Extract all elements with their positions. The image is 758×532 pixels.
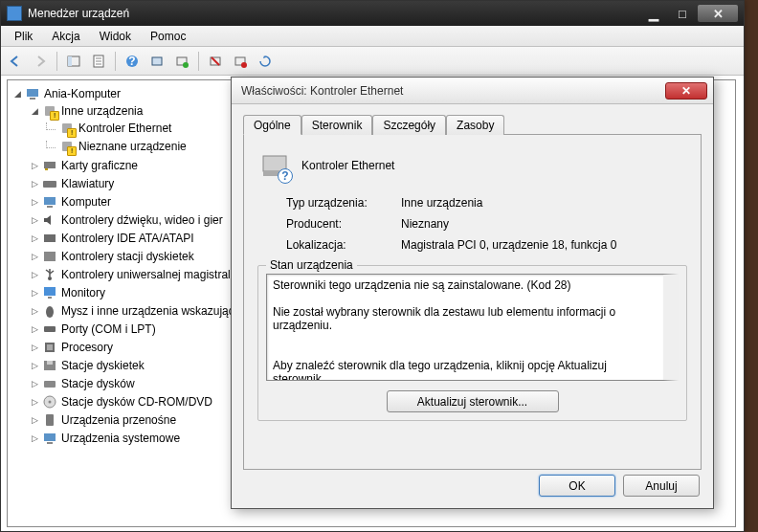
- processor-icon: [42, 340, 57, 355]
- tree-label: Karty graficzne: [61, 159, 138, 172]
- menu-file[interactable]: Plik: [5, 28, 42, 45]
- svg-rect-38: [47, 361, 53, 365]
- type-label: Typ urządzenia:: [286, 196, 401, 210]
- svg-rect-43: [44, 433, 56, 441]
- tree-label: Urządzenia przenośne: [61, 413, 176, 427]
- dialog-close-button[interactable]: ✕: [665, 82, 707, 100]
- tab-driver[interactable]: Sterownik: [301, 115, 373, 135]
- cancel-button[interactable]: Anuluj: [623, 475, 700, 497]
- titlebar[interactable]: Menedżer urządzeń ▁ □ ✕: [1, 1, 744, 26]
- usb-controller-icon: [42, 267, 57, 282]
- tree-label: Procesory: [61, 341, 113, 354]
- expand-icon[interactable]: ▷: [29, 396, 40, 408]
- tree-label: Monitory: [61, 286, 105, 299]
- device-name: Kontroler Ethernet: [301, 159, 394, 172]
- svg-point-41: [49, 400, 52, 403]
- expand-icon[interactable]: ▷: [29, 251, 40, 262]
- update-driver-button[interactable]: [171, 51, 192, 72]
- properties-button[interactable]: [88, 51, 109, 72]
- dialog-titlebar[interactable]: Właściwości: Kontroler Ethernet ✕: [232, 78, 713, 104]
- tree-label: Komputer: [61, 195, 111, 209]
- app-icon: [7, 6, 22, 21]
- tree-label: Kontrolery IDE ATA/ATAPI: [61, 232, 194, 245]
- tree-label: Stacje dysków: [61, 377, 135, 390]
- dialog-title: Właściwości: Kontroler Ethernet: [241, 84, 665, 98]
- tree-connector: [46, 141, 56, 148]
- svg-rect-23: [44, 197, 56, 205]
- svg-rect-15: [27, 89, 38, 97]
- disk-drive-icon: [42, 376, 57, 391]
- scan-button[interactable]: [146, 51, 167, 72]
- type-value: Inne urządzenia: [401, 196, 687, 210]
- manufacturer-value: Nieznany: [401, 217, 687, 231]
- svg-rect-42: [46, 414, 54, 426]
- collapse-icon[interactable]: ◢: [29, 105, 40, 117]
- expand-icon[interactable]: ▷: [29, 196, 40, 208]
- expand-icon[interactable]: ▷: [29, 323, 40, 335]
- expand-icon[interactable]: ▷: [29, 432, 40, 444]
- show-hide-tree-button[interactable]: [63, 51, 84, 72]
- svg-rect-24: [47, 206, 53, 208]
- expand-icon[interactable]: ▷: [29, 342, 40, 353]
- mouse-icon: [42, 303, 57, 319]
- expand-icon[interactable]: ▷: [29, 178, 40, 189]
- expand-icon[interactable]: ▷: [29, 214, 40, 226]
- expand-icon[interactable]: ▷: [29, 414, 40, 426]
- close-button[interactable]: ✕: [698, 5, 738, 22]
- cdrom-icon: [42, 394, 57, 410]
- tree-label: Inne urządzenia: [61, 104, 143, 118]
- back-button[interactable]: [5, 51, 26, 72]
- tab-details[interactable]: Szczegóły: [372, 115, 446, 135]
- expand-icon[interactable]: ▷: [29, 287, 40, 299]
- svg-rect-21: [45, 168, 48, 170]
- speaker-icon: [42, 212, 57, 228]
- svg-point-10: [183, 62, 189, 68]
- svg-rect-16: [30, 98, 35, 100]
- uninstall-button[interactable]: [205, 51, 226, 72]
- floppy-controller-icon: [42, 249, 57, 264]
- minimize-button[interactable]: ▁: [640, 5, 667, 22]
- menu-help[interactable]: Pomoc: [141, 28, 195, 45]
- help-button[interactable]: ?: [122, 51, 143, 72]
- svg-rect-36: [47, 344, 53, 350]
- expand-icon[interactable]: ▷: [29, 305, 40, 317]
- svg-rect-1: [68, 56, 72, 66]
- svg-rect-8: [152, 57, 162, 65]
- disable-button[interactable]: [230, 51, 251, 72]
- scroll-down-button[interactable]: ▾: [664, 366, 678, 379]
- toolbar: ?: [1, 47, 744, 76]
- device-status-text[interactable]: Sterowniki tego urządzenia nie są zainst…: [266, 274, 679, 381]
- forward-button[interactable]: [30, 51, 51, 72]
- expand-icon[interactable]: ▷: [29, 360, 40, 371]
- tab-resources[interactable]: Zasoby: [446, 115, 504, 135]
- properties-dialog: Właściwości: Kontroler Ethernet ✕ Ogólne…: [231, 77, 714, 509]
- menu-action[interactable]: Akcja: [42, 28, 89, 45]
- tree-label: Kontrolery uniwersalnej magistrali: [61, 268, 233, 281]
- tree-label: Klawiatury: [61, 177, 114, 190]
- tab-general[interactable]: Ogólne: [243, 115, 301, 135]
- collapse-icon[interactable]: ◢: [11, 88, 23, 100]
- menu-view[interactable]: Widok: [90, 28, 141, 45]
- svg-rect-34: [44, 326, 56, 332]
- ok-button[interactable]: OK: [539, 475, 615, 497]
- tree-label: Kontrolery dźwięku, wideo i gier: [61, 213, 223, 227]
- system-device-icon: [42, 431, 57, 446]
- expand-icon[interactable]: ▷: [29, 160, 40, 171]
- tree-label: Stacje dyskietek: [61, 359, 145, 372]
- refresh-button[interactable]: [255, 51, 276, 72]
- scroll-up-button[interactable]: ▴: [664, 276, 678, 289]
- computer-icon: [25, 86, 40, 101]
- svg-rect-44: [47, 442, 53, 444]
- svg-rect-20: [44, 162, 56, 168]
- maximize-button[interactable]: □: [669, 5, 696, 22]
- expand-icon[interactable]: ▷: [29, 269, 40, 280]
- monitor-icon: [42, 285, 57, 300]
- expand-icon[interactable]: ▷: [29, 233, 40, 244]
- manufacturer-label: Producent:: [286, 217, 401, 231]
- update-driver-button[interactable]: Aktualizuj sterownik...: [387, 390, 559, 412]
- tree-label: Porty (COM i LPT): [61, 322, 156, 336]
- expand-icon[interactable]: ▷: [29, 378, 40, 389]
- port-icon: [42, 321, 57, 337]
- keyboard-icon: [42, 176, 57, 191]
- tabstrip: Ogólne Sterownik Szczegóły Zasoby: [243, 114, 702, 135]
